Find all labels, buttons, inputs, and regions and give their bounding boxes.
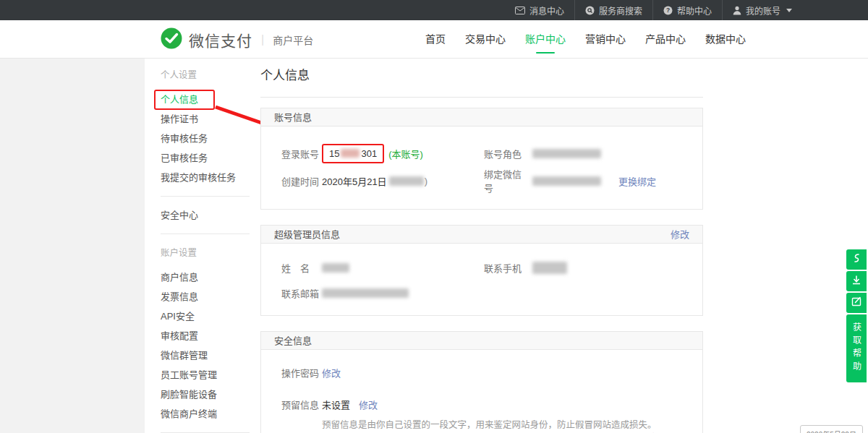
field-label: 预留信息 (281, 398, 322, 411)
section-title: 账号信息 (274, 108, 312, 127)
field-label: 姓 名 (281, 261, 322, 275)
nav-data-center[interactable]: 数据中心 (705, 20, 746, 59)
section-title: 超级管理员信息 (274, 226, 340, 244)
section-account-info-header: 账号信息 (261, 108, 702, 127)
nav-marketing-center[interactable]: 营销中心 (585, 20, 626, 59)
reserved-info-description: 预留信息是由你自己设置的一段文字，用来鉴定网站身份，防止假冒网站造成损失。 配置… (322, 419, 702, 433)
sidebar-item-reviewed[interactable]: 已审核任务 (161, 148, 250, 168)
created-time-value: 2020年5月21日 (322, 174, 387, 188)
redacted-admin-email (322, 288, 409, 298)
login-account-prefix: 15 (329, 148, 339, 159)
field-admin-name: 姓 名 (281, 261, 484, 275)
topbar-item-help-center[interactable]: ? 帮助中心 (653, 0, 723, 20)
redacted-wechat-id (532, 176, 601, 186)
nav-transaction-center[interactable]: 交易中心 (465, 20, 506, 59)
brand-name: 微信支付 (189, 29, 252, 51)
nav-home[interactable]: 首页 (425, 20, 446, 59)
current-account-tag: (本账号) (388, 147, 423, 160)
field-label: 操作密码 (281, 366, 322, 380)
field-login-account: 登录账号 15 301 (本账号) (281, 144, 484, 163)
main-content: 个人信息 账号信息 登录账号 15 301 (本账号) (260, 65, 703, 433)
brand-separator: | (261, 33, 264, 46)
feedback-button[interactable] (846, 293, 867, 313)
date-tooltip: 2020年5月22日 (800, 425, 863, 433)
field-created-time: 创建时间 2020年5月21日 ) (281, 174, 484, 188)
description-line: 预留信息是由你自己设置的一段文字，用来鉴定网站身份，防止假冒网站造成损失。 (322, 419, 702, 432)
section-super-admin-header: 超级管理员信息 修改 (261, 226, 702, 244)
rebind-wechat-link[interactable]: 更换绑定 (618, 174, 656, 188)
redacted-admin-phone (532, 262, 567, 274)
field-reserved-info: 预留信息 未设置 修改 (281, 398, 378, 411)
field-label: 账号角色 (484, 147, 524, 160)
edit-password-link[interactable]: 修改 (322, 366, 341, 380)
redacted-created-time (389, 176, 424, 186)
field-admin-phone: 联系手机 (484, 261, 567, 275)
field-account-role: 账号角色 (484, 147, 601, 160)
nav-product-center[interactable]: 产品中心 (645, 20, 686, 59)
sidebar-item-face-devices[interactable]: 刷脸智能设备 (161, 385, 250, 404)
caret-down-icon (786, 9, 792, 12)
sidebar-divider (161, 196, 250, 197)
redacted-admin-name (322, 263, 349, 273)
created-time-suffix: ) (425, 176, 427, 187)
hotline-button[interactable] (846, 249, 867, 270)
sidebar-item-my-submitted-review[interactable]: 我提交的审核任务 (161, 168, 250, 187)
sidebar-divider (161, 233, 250, 234)
field-operation-password: 操作密码 修改 (281, 366, 341, 380)
sidebar-item-security-center[interactable]: 安全中心 (161, 205, 250, 225)
brand[interactable]: 微信支付 | 商户平台 (161, 20, 313, 59)
brand-subtitle: 商户平台 (273, 33, 313, 47)
section-account-info: 账号信息 登录账号 15 301 (本账号) 账号角色 (260, 108, 703, 210)
wechat-pay-logo-icon (161, 27, 182, 52)
header: 微信支付 | 商户平台 首页 交易中心 账户中心 营销中心 产品中心 数据中心 (0, 20, 868, 59)
envelope-icon (515, 7, 525, 14)
redacted-account-role (532, 149, 601, 158)
sidebar-item-wechat-group-mgmt[interactable]: 微信群管理 (161, 346, 250, 365)
sidebar-item-merchant-terminal[interactable]: 微信商户终端 (161, 404, 250, 424)
page-title: 个人信息 (260, 65, 703, 98)
nav-account-center[interactable]: 账户中心 (525, 20, 566, 59)
sidebar-item-review-config[interactable]: 审核配置 (161, 326, 250, 346)
svg-text:?: ? (666, 7, 670, 14)
redacted-login-middle (341, 149, 359, 158)
sidebar-item-api-security[interactable]: API安全 (161, 306, 250, 326)
left-rail (0, 59, 145, 433)
topbar-item-label: 我的账号 (746, 4, 780, 17)
sidebar-group-account-settings: 账户设置 (161, 243, 250, 267)
get-help-button[interactable]: 获取帮助 (846, 314, 867, 382)
sidebar-item-staff-account-mgmt[interactable]: 员工账号管理 (161, 365, 250, 385)
section-security-info-header: 安全信息 (261, 332, 702, 350)
annotation-red-box-login: 15 301 (322, 144, 384, 163)
topbar-item-messages[interactable]: 消息中心 (505, 0, 575, 20)
sidebar: 个人设置 个人信息 操作证书 待审核任务 已审核任务 我提交的审核任务 安全中心… (161, 65, 250, 433)
section-super-admin: 超级管理员信息 修改 姓 名 联系手机 联系邮箱 (260, 225, 703, 316)
reserved-info-status: 未设置 (322, 398, 350, 411)
section-security-info: 安全信息 操作密码 修改 预留信息 未设置 修改 预留信息是由你自己设置的一段文… (260, 331, 703, 433)
topbar-item-provider-search[interactable]: 服务商搜索 (575, 0, 653, 20)
topbar: 消息中心 服务商搜索 ? 帮助中心 我的账号 (0, 0, 868, 20)
section-title: 安全信息 (274, 332, 312, 350)
topbar-item-label: 消息中心 (529, 4, 564, 17)
hotline-icon (851, 252, 862, 267)
sidebar-item-pending-review[interactable]: 待审核任务 (161, 129, 250, 148)
get-help-label: 获取帮助 (851, 322, 863, 374)
topbar-item-label: 帮助中心 (677, 4, 712, 17)
sidebar-item-invoice-info[interactable]: 发票信息 (161, 287, 250, 306)
edit-reserved-info-link[interactable]: 修改 (359, 398, 378, 411)
download-button[interactable] (846, 271, 867, 291)
sidebar-item-operation-cert[interactable]: 操作证书 (161, 109, 250, 129)
edit-admin-link[interactable]: 修改 (671, 226, 689, 244)
field-label: 绑定微信号 (484, 167, 524, 194)
edit-icon (851, 296, 862, 310)
field-label: 登录账号 (281, 147, 322, 160)
sidebar-item-personal-info[interactable]: 个人信息 (161, 90, 250, 109)
field-label: 创建时间 (281, 174, 322, 188)
sidebar-item-merchant-info[interactable]: 商户信息 (161, 267, 250, 287)
floating-help-rail: 获取帮助 (846, 249, 867, 382)
topbar-item-my-account[interactable]: 我的账号 (723, 0, 802, 20)
user-icon (733, 6, 741, 15)
login-account-suffix: 301 (361, 148, 377, 159)
topbar-items: 消息中心 服务商搜索 ? 帮助中心 我的账号 (505, 0, 802, 20)
field-bound-wechat: 绑定微信号 更换绑定 (484, 167, 656, 194)
topbar-item-label: 服务商搜索 (599, 4, 642, 17)
